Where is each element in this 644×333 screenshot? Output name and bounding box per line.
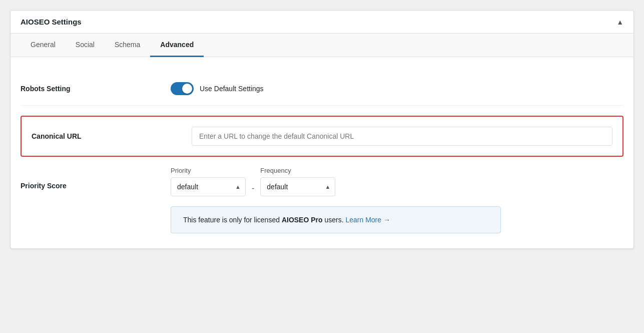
priority-select-wrapper: default 0.0 0.1 0.5 1.0 ▲ xyxy=(171,177,246,196)
panel-title: AIOSEO Settings xyxy=(21,18,82,26)
tab-schema[interactable]: Schema xyxy=(105,34,150,57)
panel-body: Robots Setting Use Default Settings Cano… xyxy=(11,57,633,248)
priority-score-content: Priority default 0.0 0.1 0.5 1.0 ▲ xyxy=(171,167,623,233)
pro-notice-prefix: This feature is only for licensed xyxy=(183,216,282,224)
frequency-select-label: Frequency xyxy=(260,167,335,174)
priority-select-group: Priority default 0.0 0.1 0.5 1.0 ▲ xyxy=(171,167,246,196)
tab-general[interactable]: General xyxy=(21,34,66,57)
frequency-select[interactable]: default always hourly daily weekly month… xyxy=(260,177,335,196)
tabs-bar: General Social Schema Advanced xyxy=(11,34,633,57)
priority-select[interactable]: default 0.0 0.1 0.5 1.0 xyxy=(171,177,246,196)
tab-advanced[interactable]: Advanced xyxy=(150,34,204,57)
robots-setting-content: Use Default Settings xyxy=(171,82,623,95)
priority-score-row: Priority Score Priority default 0.0 0.1 … xyxy=(21,167,623,233)
use-default-settings-toggle[interactable] xyxy=(171,82,194,95)
toggle-slider xyxy=(171,82,194,95)
tab-social[interactable]: Social xyxy=(66,34,105,57)
pro-notice-suffix: users. xyxy=(323,216,344,224)
collapse-icon[interactable]: ▲ xyxy=(616,18,623,26)
canonical-url-input-wrapper xyxy=(192,127,612,146)
priority-selects-row: Priority default 0.0 0.1 0.5 1.0 ▲ xyxy=(171,167,623,196)
canonical-url-label: Canonical URL xyxy=(32,132,182,140)
priority-select-label: Priority xyxy=(171,167,246,174)
panel-header: AIOSEO Settings ▲ xyxy=(11,11,633,34)
canonical-url-section: Canonical URL xyxy=(21,116,623,157)
frequency-select-wrapper: default always hourly daily weekly month… xyxy=(260,177,335,196)
pro-notice-brand: AIOSEO Pro xyxy=(282,216,323,224)
learn-more-link[interactable]: Learn More → xyxy=(345,216,390,224)
robots-setting-label: Robots Setting xyxy=(21,85,171,93)
aioseo-settings-panel: AIOSEO Settings ▲ General Social Schema … xyxy=(10,10,634,249)
pro-notice-box: This feature is only for licensed AIOSEO… xyxy=(171,206,501,233)
toggle-row: Use Default Settings xyxy=(171,82,623,95)
priority-score-label: Priority Score xyxy=(21,167,171,190)
select-separator: - xyxy=(252,184,254,193)
canonical-url-input[interactable] xyxy=(192,127,612,146)
frequency-select-group: Frequency default always hourly daily we… xyxy=(260,167,335,196)
robots-setting-row: Robots Setting Use Default Settings xyxy=(21,72,623,106)
toggle-label: Use Default Settings xyxy=(200,85,264,93)
